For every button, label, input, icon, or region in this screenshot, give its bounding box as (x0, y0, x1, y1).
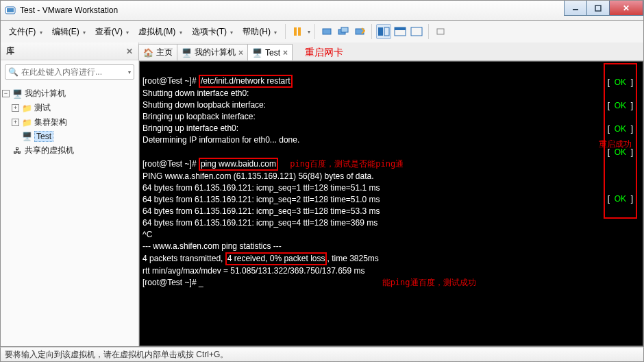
home-icon: 🏠 (143, 48, 153, 58)
sidebar: 库✕ 🔍 ▾ −🖥️我的计算机 +📁测试 +📁集群架构 🖥️Test 🖧共享的虚… (1, 43, 139, 346)
tree-shared-vms[interactable]: 🖧共享的虚拟机 (2, 143, 137, 158)
svg-rect-10 (378, 27, 383, 36)
close-icon[interactable]: × (238, 48, 243, 58)
search-icon: 🔍 (8, 67, 18, 77)
annotation-restart-nic: 重启网卡 (293, 47, 343, 59)
separator (428, 24, 429, 39)
maximize-button[interactable] (586, 1, 610, 16)
close-icon[interactable]: × (283, 48, 288, 58)
close-button[interactable]: ✕ (609, 1, 643, 16)
tree-vm-test[interactable]: 🖥️Test (2, 130, 137, 143)
tree-folder[interactable]: +📁测试 (2, 101, 137, 115)
annotation-restart-ok: 重启成功 (599, 138, 632, 150)
separator (371, 24, 372, 39)
svg-rect-8 (341, 27, 348, 32)
menubar: 文件(F) ▾ 编辑(E) ▾ 查看(V) ▾ 虚拟机(M) ▾ 选项卡(T) … (0, 21, 644, 43)
window-title: Test - VMware Workstation (20, 5, 118, 15)
svg-rect-11 (384, 27, 389, 36)
svg-rect-5 (298, 27, 301, 36)
app-icon (5, 5, 16, 16)
window-titlebar: Test - VMware Workstation ✕ (0, 0, 644, 21)
tab-bar: 🏠主页 🖥️我的计算机× 🖥️Test× 重启网卡 (139, 43, 643, 61)
menu-edit[interactable]: 编辑(E) ▾ (48, 23, 90, 40)
shared-icon: 🖧 (12, 145, 23, 156)
separator (314, 24, 315, 39)
highlight-cmd-ping: ping www.baidu.com (199, 158, 278, 171)
tree-folder[interactable]: +📁集群架构 (2, 115, 137, 130)
terminal[interactable]: [root@Test ~]# /etc/init.d/network resta… (139, 61, 643, 346)
computer-icon: 🖥️ (12, 88, 23, 99)
annotation-ping-ok: 能ping通百度，测试成功 (382, 278, 476, 287)
svg-rect-13 (395, 27, 406, 30)
menu-vm[interactable]: 虚拟机(M) ▾ (134, 23, 186, 40)
view-console-icon[interactable] (376, 24, 391, 39)
library-tree: −🖥️我的计算机 +📁测试 +📁集群架构 🖥️Test 🖧共享的虚拟机 (1, 84, 138, 160)
content-area: 🏠主页 🖥️我的计算机× 🖥️Test× 重启网卡 [root@Test ~]#… (139, 43, 643, 346)
close-icon[interactable]: ✕ (126, 47, 133, 56)
tab-home[interactable]: 🏠主页 (138, 44, 177, 60)
search-box[interactable]: 🔍 ▾ (5, 64, 134, 80)
menu-file[interactable]: 文件(F) ▾ (5, 23, 47, 40)
close-icon: ✕ (623, 3, 630, 13)
revert-icon[interactable] (352, 24, 367, 39)
menu-tabs[interactable]: 选项卡(T) ▾ (188, 23, 238, 40)
folder-icon: 📁 (21, 103, 32, 114)
svg-rect-4 (294, 27, 297, 36)
snapshot-icon[interactable] (319, 24, 334, 39)
dropdown-icon[interactable]: ▾ (308, 29, 310, 35)
svg-rect-1 (7, 8, 14, 12)
menu-view[interactable]: 查看(V) ▾ (91, 23, 133, 40)
annotation-ping-test: ping百度，测试是否能ping通 (290, 159, 404, 169)
sidebar-header: 库✕ (1, 43, 138, 60)
folder-icon: 📁 (21, 117, 32, 128)
svg-rect-3 (595, 5, 601, 11)
vm-icon: 🖥️ (21, 131, 32, 142)
computer-icon: 🖥️ (182, 48, 192, 58)
highlight-cmd-restart: /etc/init.d/network restart (199, 75, 293, 88)
svg-rect-14 (411, 27, 422, 36)
tab-test[interactable]: 🖥️Test× (247, 44, 293, 60)
status-text: 要将输入定向到该虚拟机，请在虚拟机内部单击或按 Ctrl+G。 (5, 349, 228, 361)
snapshot-manage-icon[interactable] (336, 24, 351, 39)
menu-help[interactable]: 帮助(H) ▾ (238, 23, 281, 40)
statusbar: 要将输入定向到该虚拟机，请在虚拟机内部单击或按 Ctrl+G。 (0, 347, 644, 362)
tree-root-mypc[interactable]: −🖥️我的计算机 (2, 86, 137, 101)
fullscreen-icon[interactable] (409, 24, 424, 39)
pause-button[interactable] (290, 24, 305, 39)
minimize-button[interactable] (564, 1, 587, 16)
tab-mypc[interactable]: 🖥️我的计算机× (177, 44, 248, 60)
vm-icon: 🖥️ (252, 48, 262, 58)
search-input[interactable] (21, 67, 127, 77)
dropdown-icon[interactable]: ▾ (128, 69, 131, 75)
svg-rect-15 (437, 29, 444, 34)
stretch-icon[interactable] (433, 24, 448, 39)
svg-rect-6 (323, 29, 331, 34)
highlight-result: 4 received, 0% packet loss (225, 252, 327, 265)
separator (285, 24, 286, 39)
view-unity-icon[interactable] (393, 24, 408, 39)
